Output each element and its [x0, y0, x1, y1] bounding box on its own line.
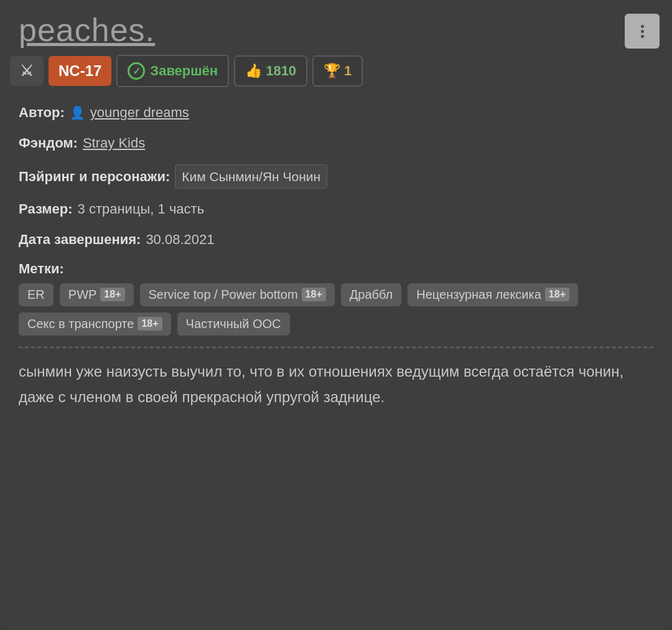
thumbs-up-icon: 👍 [245, 63, 262, 79]
pairing-value[interactable]: Ким Сынмин/Ян Чонин [175, 164, 327, 189]
cross-swords-icon: ⚔ [20, 62, 34, 80]
header: peaches. [0, 0, 672, 55]
trophy-badge[interactable]: 🏆 1 [312, 55, 363, 87]
date-label: Дата завершения: [19, 230, 141, 250]
story-title[interactable]: peaches. [19, 11, 155, 49]
fandom-row: Фэндом: Stray Kids [19, 134, 653, 153]
tag-text: Нецензурная лексика [416, 288, 541, 302]
tag-item[interactable]: Частичный ООС [177, 313, 290, 336]
tag-item[interactable]: Нецензурная лексика18+ [408, 283, 578, 306]
completed-badge[interactable]: ✓ Завершён [116, 55, 229, 87]
divider [19, 347, 653, 348]
more-button[interactable] [625, 14, 660, 49]
tags-label: Метки: [19, 261, 64, 276]
tag-text: Драббл [350, 288, 393, 302]
size-value: 3 страницы, 1 часть [78, 200, 205, 219]
tag-item[interactable]: Service top / Power bottom18+ [140, 283, 335, 306]
tag-18-badge: 18+ [138, 317, 162, 331]
tag-18-badge: 18+ [100, 288, 124, 301]
size-label: Размер: [19, 200, 73, 219]
dot1 [641, 25, 644, 28]
tag-text: Частичный ООС [186, 317, 281, 331]
author-label: Автор: [19, 103, 65, 123]
fandom-name[interactable]: Stray Kids [83, 134, 145, 153]
author-value: 👤 younger dreams [70, 103, 189, 123]
tag-text: PWP [68, 288, 97, 302]
tag-item[interactable]: Секс в транспорте18+ [19, 313, 171, 336]
rating-label: NC-17 [58, 62, 101, 80]
tag-text: Секс в транспорте [27, 317, 134, 331]
person-icon: 👤 [70, 104, 85, 121]
pairing-label: Пэйринг и персонажи: [19, 167, 170, 187]
author-name[interactable]: younger dreams [90, 103, 189, 123]
author-row: Автор: 👤 younger dreams [19, 103, 653, 123]
trophy-count: 1 [344, 63, 352, 79]
description: сынмин уже наизусть выучил то, что в их … [0, 359, 672, 429]
pairing-row: Пэйринг и персонажи: Ким Сынмин/Ян Чонин [19, 164, 653, 189]
tag-text: ER [27, 288, 45, 302]
dot2 [641, 30, 644, 33]
tags-container: ERPWP18+Service top / Power bottom18+Дра… [19, 283, 653, 336]
tag-item[interactable]: PWP18+ [60, 283, 134, 306]
completed-label: Завершён [150, 63, 218, 79]
likes-count: 1810 [266, 63, 296, 79]
tag-text: Service top / Power bottom [149, 288, 298, 302]
badges-row: ⚔ NC-17 ✓ Завершён 👍 1810 🏆 1 [0, 55, 672, 97]
dot3 [641, 35, 644, 38]
check-icon: ✓ [128, 62, 145, 80]
date-row: Дата завершения: 30.08.2021 [19, 230, 653, 250]
rating-badge[interactable]: NC-17 [49, 56, 111, 86]
tag-18-badge: 18+ [302, 288, 326, 301]
date-value: 30.08.2021 [146, 230, 214, 250]
trophy-icon: 🏆 [324, 63, 340, 79]
likes-badge[interactable]: 👍 1810 [234, 55, 307, 87]
tag-18-badge: 18+ [545, 288, 569, 301]
size-row: Размер: 3 страницы, 1 часть [19, 200, 653, 219]
fandom-label: Фэндом: [19, 134, 78, 153]
tag-item[interactable]: Драббл [341, 283, 401, 306]
tags-section: Метки: ERPWP18+Service top / Power botto… [19, 261, 653, 336]
info-section: Автор: 👤 younger dreams Фэндом: Stray Ki… [0, 97, 672, 336]
story-card: peaches. ⚔ NC-17 ✓ Завершён 👍 1810 🏆 1 [0, 0, 672, 630]
tag-item[interactable]: ER [19, 283, 54, 306]
cross-swords-badge[interactable]: ⚔ [10, 56, 44, 86]
